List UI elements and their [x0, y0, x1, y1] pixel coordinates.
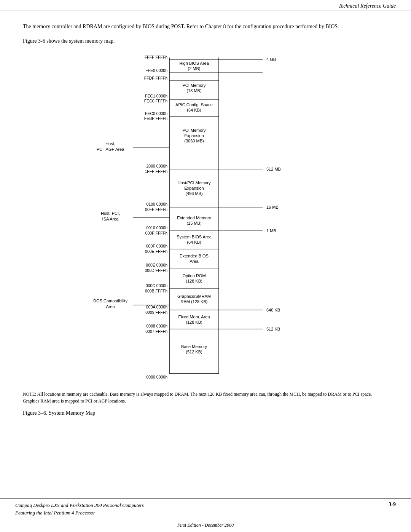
label-pci-18-2: (18 MB) — [186, 88, 201, 93]
addr-0007ffff: 0007 FFFFh — [145, 329, 167, 334]
addr-ffff: FFFF FFFFh — [145, 55, 167, 59]
label-dos-compat-2: Area — [106, 304, 115, 309]
label-ext-mem-2: (15 MB) — [186, 221, 201, 225]
label-host-pci-agp-2: PCI, AGP Area — [97, 147, 124, 152]
page-bottom: First Edition - December 2000 — [0, 519, 411, 532]
addr-1fff: 1FFF FFFFh — [145, 169, 168, 174]
addr-000f: 000F FFFFh — [145, 231, 168, 235]
label-option-rom-1: Option ROM — [182, 273, 206, 278]
label-graphics-2: RAM (128 KB) — [181, 299, 208, 304]
figure-label: Figure 3–6. System Memory Map — [23, 410, 388, 416]
size-16mb: 16 MB — [266, 205, 279, 209]
figure-label-normal: System Memory Map — [48, 410, 96, 416]
addr-00000000: 0000 0000h — [147, 375, 168, 379]
label-host-pci-exp-3: (496 MB) — [185, 191, 202, 196]
label-base-mem-2: (512 KB) — [186, 350, 202, 354]
label-pci-exp-1: PCI Memory — [182, 128, 206, 133]
label-pci-exp-3: (3060 MB) — [184, 139, 204, 143]
size-640kb: 640 KB — [266, 308, 280, 312]
label-host-pci-agp-1: Host, — [105, 141, 115, 146]
addr-febf: FEBF FFFFh — [144, 116, 167, 121]
note-text: NOTE: All locations in memory are cachea… — [23, 391, 388, 404]
addr-000dffff: 000D FFFFh — [145, 268, 167, 273]
label-high-bios-2: (2 MB) — [188, 66, 201, 71]
size-512kb: 512 KB — [266, 327, 280, 331]
label-host-pci-isa-1: Host, PCI, — [101, 211, 120, 216]
label-ext-bios-1: Extended BIOS — [180, 254, 209, 258]
label-fixed-mem-1: Fixed Mem. Area — [178, 315, 210, 319]
label-dos-compat-1: DOS Compatibility — [93, 299, 127, 303]
addr-0010: 0010 0000h — [147, 225, 168, 230]
page-header: Technical Reference Guide — [0, 0, 411, 11]
addr-00ff: 00FF FFFFh — [145, 207, 167, 212]
addr-0009ffff: 0009 FFFFh — [145, 310, 167, 315]
addr-000e0000: 000E 0000h — [146, 263, 167, 267]
addr-000f0000: 000F 0000h — [146, 244, 167, 248]
footer-left: Compaq Deskpro EXS and Workstation 300 P… — [15, 502, 144, 516]
intro-paragraph: The memory controller and RDRAM are conf… — [23, 22, 388, 30]
addr-00080000: 0008 0000h — [147, 324, 168, 328]
figure-ref: Figure 3-6 shows the system memory map. — [23, 38, 388, 44]
label-option-rom-2: (128 KB) — [186, 279, 202, 283]
size-4gb: 4 GB — [266, 57, 276, 62]
addr-0100: 0100 0000h — [147, 202, 168, 206]
label-host-pci-isa-2: ISA Area — [102, 217, 119, 221]
label-base-mem-1: Base Memory — [181, 344, 207, 349]
label-apic-2: (64 KB) — [187, 108, 201, 112]
footer-page-number: 3-9 — [389, 502, 396, 508]
size-1mb: 1 MB — [266, 228, 276, 233]
footer-line1: Compaq Deskpro EXS and Workstation 300 P… — [15, 502, 144, 509]
label-graphics-1: Graphics/SMRAM — [177, 294, 211, 299]
label-ext-bios-2: Area — [190, 259, 199, 264]
label-sys-bios-1: System BIOS Area — [177, 235, 212, 239]
label-host-pci-exp-1: Host/PCI Memory — [178, 181, 211, 185]
addr-000c0000: 000C 0000h — [146, 283, 167, 288]
addr-ffe0: FFE0 0000h — [145, 68, 167, 73]
size-512mb: 512 MB — [266, 167, 281, 171]
addr-fec1: FEC1 0000h — [145, 94, 167, 98]
addr-ffdf: FFDF FFFFh — [144, 76, 167, 80]
addr-fec0f: FEC0 FFFFh — [144, 99, 167, 103]
addr-000a0000: 000A 0000h — [146, 305, 167, 309]
label-pci-18-1: PCI Memory — [182, 83, 206, 88]
label-host-pci-exp-2: Expansion — [184, 186, 204, 190]
addr-fec0: FEC0 0000h — [145, 111, 167, 116]
header-title: Technical Reference Guide — [338, 3, 396, 9]
label-ext-mem-1: Extended Memory — [177, 216, 211, 220]
label-high-bios-1: High BIOS Area — [179, 61, 209, 66]
figure-label-bold: Figure 3–6. — [23, 410, 48, 416]
page-footer: Compaq Deskpro EXS and Workstation 300 P… — [0, 498, 411, 519]
addr-000bffff: 000B FFFFh — [145, 289, 167, 293]
memory-map-container: 4 GB FFFF FFFFh FFE0 0000h High BIOS Are… — [23, 52, 388, 383]
footer-line2: Featuring the Intel Pentium 4 Processor — [15, 509, 144, 517]
label-sys-bios-2: (64 KB) — [187, 240, 201, 244]
addr-000effff: 000E FFFFh — [145, 249, 167, 254]
label-apic-1: APIC Config. Space — [175, 102, 213, 107]
label-fixed-mem-2: (128 KB) — [186, 320, 202, 324]
memory-map-svg: 4 GB FFFF FFFFh FFE0 0000h High BIOS Are… — [76, 52, 335, 383]
main-content: The memory controller and RDRAM are conf… — [0, 11, 411, 498]
page: Technical Reference Guide The memory con… — [0, 0, 411, 532]
label-pci-exp-2: Expansion — [184, 133, 204, 138]
addr-2000: 2000 0000h — [147, 164, 168, 168]
